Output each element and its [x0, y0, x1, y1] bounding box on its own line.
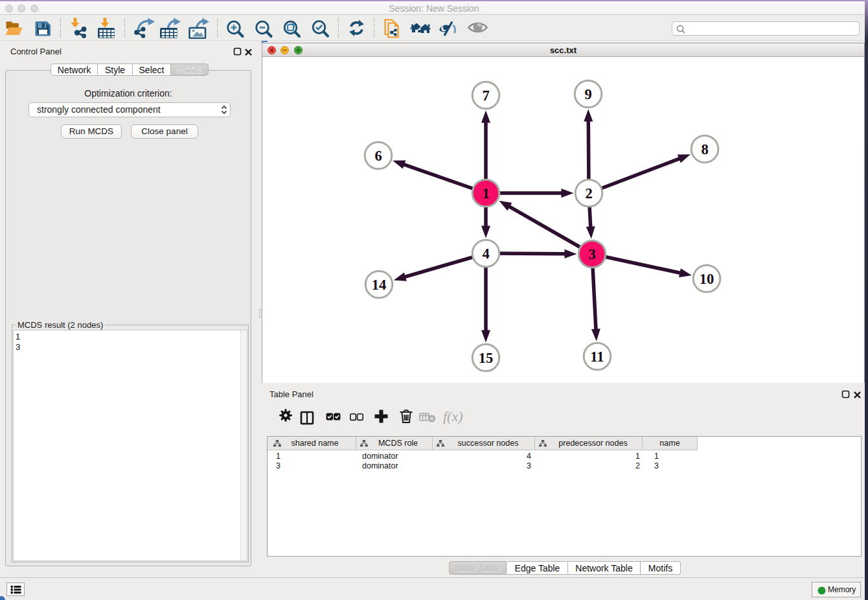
svg-text:15: 15 — [479, 350, 494, 366]
svg-text:f(x): f(x) — [443, 408, 463, 424]
svg-text:8: 8 — [701, 141, 708, 157]
svg-text:4: 4 — [482, 246, 489, 262]
svg-text:11: 11 — [590, 349, 604, 365]
svg-text:1: 1 — [482, 185, 489, 202]
svg-text:7: 7 — [482, 87, 489, 104]
svg-text:6: 6 — [374, 148, 382, 164]
svg-text:2: 2 — [585, 185, 592, 202]
svg-text:3: 3 — [588, 246, 595, 262]
svg-text:10: 10 — [700, 271, 714, 287]
svg-text:14: 14 — [372, 277, 387, 293]
svg-text:9: 9 — [584, 86, 591, 102]
